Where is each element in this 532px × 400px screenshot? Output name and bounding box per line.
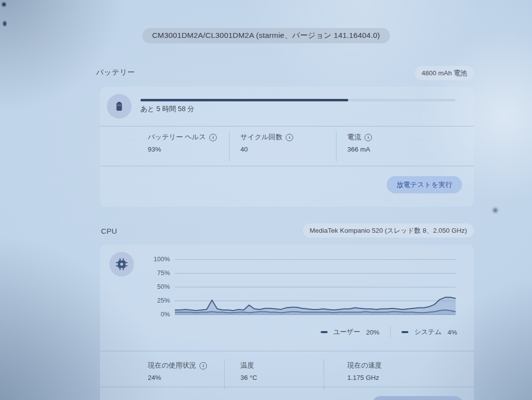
battery-health-stat: バッテリー ヘルス i 93% [148,133,217,153]
legend-item-system: システム 4% [401,328,457,337]
cpu-usage-stat: 現在の使用状況 i 24% [148,361,207,381]
info-icon[interactable]: i [286,134,293,141]
cpu-temperature-label: 温度 [240,361,254,370]
battery-icon [113,100,125,112]
cpu-usage-value: 24% [148,374,207,381]
y-tick-50: 50% [100,282,170,292]
battery-health-label: バッテリー ヘルス [148,133,206,142]
cpu-temperature-value: 36 °C [240,374,257,381]
divider [100,351,474,351]
legend-user-value: 20% [366,329,379,336]
legend-marker [321,331,328,333]
cpu-card: 100% 75% 50% 25% 0% ユーザー 20% システム 4% 現在の… [100,245,474,400]
cpu-usage-chart [175,259,456,315]
current-stat: 電流 i 366 mA [347,133,372,153]
info-icon[interactable]: i [365,134,372,141]
cpu-speed-stat: 現在の速度 1.175 GHz [347,361,382,381]
cpu-chart-legend: ユーザー 20% システム 4% [321,326,457,338]
legend-user-label: ユーザー [333,328,361,337]
divider [100,387,474,387]
stat-separator [229,131,230,161]
y-tick-75: 75% [100,268,170,278]
y-tick-0: 0% [100,309,170,319]
stat-separator [224,359,225,390]
y-tick-25: 25% [100,296,170,306]
battery-icon-circle [107,94,132,119]
cpu-usage-label: 現在の使用状況 [148,361,196,370]
photo-artifact [493,208,498,213]
current-value: 366 mA [347,146,372,153]
legend-item-user: ユーザー 20% [321,328,380,337]
cut-off-action-button[interactable] [372,396,464,400]
cycle-count-stat: サイクル回数 i 40 [240,133,293,153]
device-title: CM3001DM2A/CL3001DM2A (starmie、バージョン 141… [152,31,380,41]
battery-time-remaining: あと 5 時間 58 分 [140,105,195,114]
cpu-speed-value: 1.175 GHz [347,374,382,381]
battery-health-value: 93% [148,146,217,153]
battery-section-heading: バッテリー [96,68,135,77]
current-label: 電流 [347,133,361,142]
cycle-count-label: サイクル回数 [240,133,282,142]
legend-system-label: システム [414,328,441,337]
stat-separator [336,131,336,161]
run-discharge-test-button[interactable]: 放電テストを実行 [387,176,462,193]
battery-card: あと 5 時間 58 分 バッテリー ヘルス i 93% サイクル回数 i 40… [100,87,474,207]
cpu-chip-badge: MediaTek Kompanio 520 (スレッド数 8、2.050 GHz… [303,223,474,238]
battery-charge-progress-fill [140,99,348,101]
photo-artifact [3,21,6,26]
legend-system-value: 4% [447,329,457,336]
cycle-count-value: 40 [240,146,293,153]
legend-marker [401,331,408,333]
battery-capacity-text: 4800 mAh 電池 [422,69,467,78]
battery-charge-progressbar [140,99,456,101]
cpu-section-heading: CPU [101,227,117,235]
divider [100,126,474,126]
cpu-speed-label: 現在の速度 [347,361,382,370]
y-tick-100: 100% [100,254,170,264]
cpu-temperature-stat: 温度 36 °C [240,361,257,381]
diagnostics-page: CM3001DM2A/CL3001DM2A (starmie、バージョン 141… [0,0,532,400]
battery-capacity-badge: 4800 mAh 電池 [415,66,474,80]
info-icon[interactable]: i [209,134,217,141]
cpu-chip-text: MediaTek Kompanio 520 (スレッド数 8、2.050 GHz… [310,226,467,235]
divider [100,166,474,166]
stat-separator [324,359,324,390]
info-icon[interactable]: i [200,362,207,369]
photo-artifact [2,2,6,6]
legend-separator [390,326,391,338]
device-title-pill: CM3001DM2A/CL3001DM2A (starmie、バージョン 141… [142,28,390,43]
